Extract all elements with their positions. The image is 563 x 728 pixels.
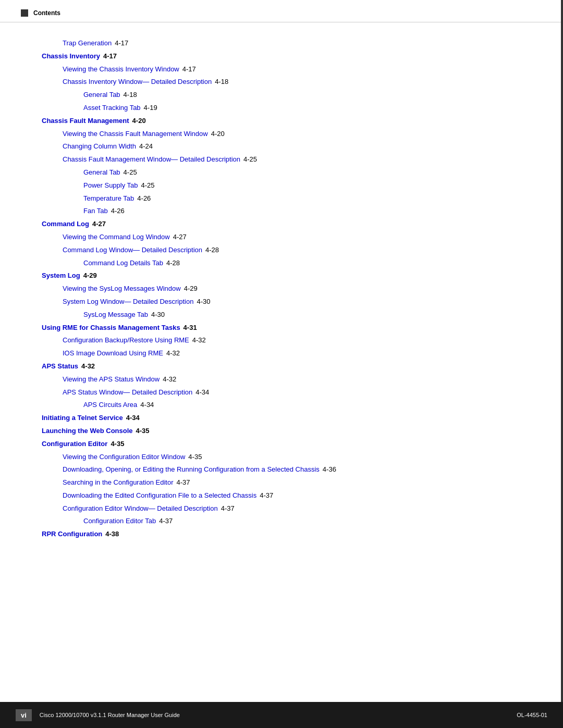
toc-pagenum: 4-37 [159,516,173,527]
toc-row: Chassis Fault Management4-20 [42,116,521,127]
toc-pagenum: 4-35 [136,426,150,437]
toc-row: Command Log Details Tab4-28 [83,258,521,269]
toc-pagenum: 4-27 [173,232,187,243]
toc-pagenum: 4-18 [215,77,228,88]
toc-link[interactable]: Viewing the Chassis Inventory Window [63,64,179,75]
toc-link[interactable]: Downloading, Opening, or Editing the Run… [63,464,320,475]
toc-link[interactable]: Configuration Backup/Restore Using RME [63,335,189,346]
toc-link[interactable]: Chassis Fault Management [42,116,129,127]
toc-pagenum: 4-17 [115,38,128,49]
toc-link[interactable]: Using RME for Chassis Management Tasks [42,323,180,334]
toc-row: Power Supply Tab4-25 [83,180,521,191]
toc-pagenum: 4-37 [221,503,235,514]
toc-row: Searching in the Configuration Editor4-3… [63,477,521,488]
footer: vi Cisco 12000/10700 v3.1.1 Router Manag… [0,702,563,728]
toc-link[interactable]: Chassis Fault Management Window— Detaile… [63,154,240,165]
toc-link[interactable]: APS Status [42,361,78,372]
toc-link[interactable]: Command Log Window— Detailed Description [63,245,202,256]
toc-row: Configuration Editor Tab4-37 [83,516,521,527]
toc-link[interactable]: Configuration Editor [42,439,107,450]
toc-link[interactable]: Changing Column Width [63,141,136,152]
toc-pagenum: 4-34 [195,387,209,398]
footer-title: Cisco 12000/10700 v3.1.1 Router Manager … [40,712,180,718]
toc-link[interactable]: RPR Configuration [42,529,102,540]
toc-row: APS Status Window— Detailed Description4… [63,387,521,398]
toc-row: Command Log4-27 [42,219,521,230]
toc-link[interactable]: APS Status Window— Detailed Description [63,387,192,398]
toc-link[interactable]: System Log Window— Detailed Description [63,297,193,307]
toc-pagenum: 4-20 [211,129,225,140]
page-border [561,0,563,728]
toc-row: APS Status4-32 [42,361,521,372]
toc-link[interactable]: System Log [42,270,80,281]
toc-link[interactable]: Power Supply Tab [83,180,138,191]
toc-link[interactable]: Viewing the Chassis Fault Management Win… [63,129,208,140]
toc-pagenum: 4-17 [182,64,196,75]
toc-pagenum: 4-27 [92,219,106,230]
toc-link[interactable]: Fan Tab [83,206,108,217]
toc-link[interactable]: Downloading the Edited Configuration Fil… [63,490,256,501]
header-square-icon [21,9,28,17]
toc-row: Viewing the Chassis Inventory Window4-17 [63,64,521,75]
toc-row: System Log4-29 [42,270,521,281]
toc-pagenum: 4-32 [81,361,95,372]
toc-pagenum: 4-32 [166,348,180,359]
toc-pagenum: 4-18 [124,90,137,101]
toc-pagenum: 4-36 [323,464,336,475]
toc-link[interactable]: Viewing the Configuration Editor Window [63,452,185,463]
toc-link[interactable]: SysLog Message Tab [83,310,148,320]
toc-row: RPR Configuration4-38 [42,529,521,540]
toc-link[interactable]: Temperature Tab [83,193,134,204]
toc-pagenum: 4-30 [197,297,210,307]
toc-link[interactable]: IOS Image Download Using RME [63,348,163,359]
toc-row: APS Circuits Area4-34 [83,400,521,411]
toc-pagenum: 4-35 [188,452,202,463]
toc-link[interactable]: General Tab [83,167,120,178]
toc-link[interactable]: Viewing the APS Status Window [63,374,160,385]
toc-link[interactable]: Viewing the Command Log Window [63,232,170,243]
toc-row: Configuration Editor4-35 [42,439,521,450]
toc-row: Downloading the Edited Configuration Fil… [63,490,521,501]
toc-link[interactable]: Configuration Editor Window— Detailed De… [63,503,218,514]
toc-pagenum: 4-35 [111,439,124,450]
toc-row: Downloading, Opening, or Editing the Run… [63,464,521,475]
toc-link[interactable]: Trap Generation [63,38,112,49]
toc-link[interactable]: Chassis Inventory [42,51,100,62]
toc-row: Viewing the Chassis Fault Management Win… [63,129,521,140]
toc-row: Trap Generation4-17 [63,38,521,49]
toc-link[interactable]: Initiating a Telnet Service [42,413,123,424]
toc-link[interactable]: Launching the Web Console [42,426,133,437]
toc-row: Configuration Editor Window— Detailed De… [63,503,521,514]
toc-pagenum: 4-25 [243,154,257,165]
toc-pagenum: 4-25 [141,180,155,191]
toc-pagenum: 4-24 [139,141,153,152]
toc-pagenum: 4-26 [137,193,151,204]
toc-row: Viewing the Command Log Window4-27 [63,232,521,243]
footer-doc-id: OL-4455-01 [517,712,547,718]
toc-link[interactable]: Asset Tracking Tab [83,103,141,114]
toc-row: Configuration Backup/Restore Using RME4-… [63,335,521,346]
toc-pagenum: 4-29 [83,270,97,281]
toc-content: Trap Generation4-17Chassis Inventory4-17… [0,22,563,584]
toc-link[interactable]: APS Circuits Area [83,400,137,411]
toc-link[interactable]: Chassis Inventory Window— Detailed Descr… [63,77,212,88]
toc-link[interactable]: Viewing the SysLog Messages Window [63,283,181,294]
toc-pagenum: 4-30 [151,310,165,320]
toc-row: Viewing the Configuration Editor Window4… [63,452,521,463]
toc-row: SysLog Message Tab4-30 [83,310,521,320]
toc-row: Asset Tracking Tab4-19 [83,103,521,114]
toc-link[interactable]: Configuration Editor Tab [83,516,156,527]
toc-pagenum: 4-31 [183,323,197,334]
toc-link[interactable]: Searching in the Configuration Editor [63,477,173,488]
toc-row: Chassis Inventory Window— Detailed Descr… [63,77,521,88]
toc-row: Command Log Window— Detailed Description… [63,245,521,256]
toc-row: Viewing the SysLog Messages Window4-29 [63,283,521,294]
toc-pagenum: 4-26 [111,206,125,217]
toc-link[interactable]: Command Log Details Tab [83,258,163,269]
toc-row: Viewing the APS Status Window4-32 [63,374,521,385]
toc-link[interactable]: General Tab [83,90,120,101]
toc-link[interactable]: Command Log [42,219,89,230]
toc-row: General Tab4-18 [83,90,521,101]
toc-row: IOS Image Download Using RME4-32 [63,348,521,359]
toc-pagenum: 4-25 [124,167,137,178]
